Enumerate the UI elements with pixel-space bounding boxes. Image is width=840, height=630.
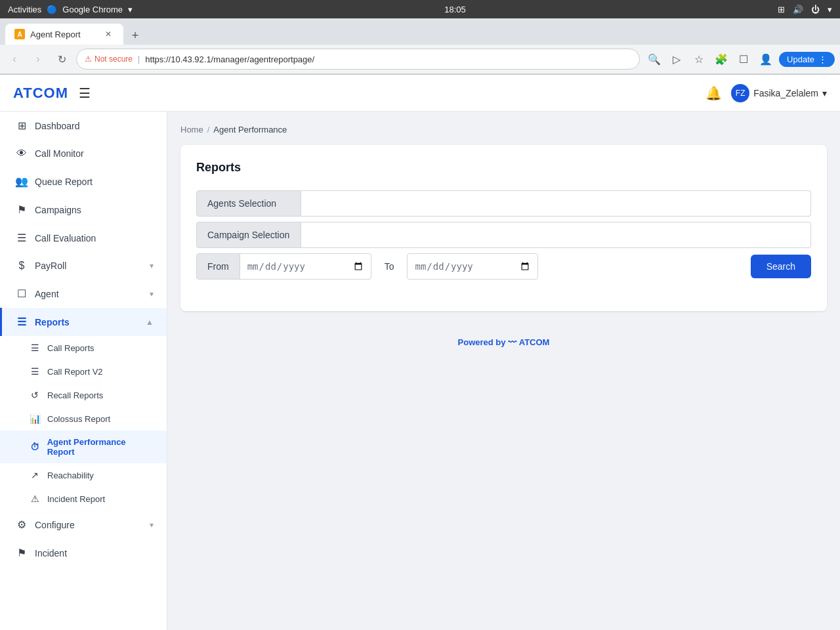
sidebar-item-label: PayRoll (35, 261, 143, 271)
os-chevron: ▾ (128, 5, 133, 14)
sidebar-item-campaigns[interactable]: ⚑ Campaigns (0, 196, 167, 224)
address-bar[interactable]: ⚠ Not secure | https://10.43.92.1/manage… (76, 49, 640, 70)
sidebar-sub-item-call-reports[interactable]: ☰ Call Reports (0, 336, 167, 360)
configure-icon: ⚙ (15, 518, 28, 531)
sidebar-item-agent[interactable]: ☐ Agent ▾ (0, 280, 167, 308)
search-button[interactable]: Search (751, 255, 811, 278)
hamburger-button[interactable]: ☰ (79, 85, 91, 101)
notification-bell-button[interactable]: 🔔 (705, 85, 722, 101)
breadcrumb-separator: / (207, 125, 210, 135)
tab-bar: A Agent Report ✕ + (0, 18, 840, 45)
browser-chrome: A Agent Report ✕ + ‹ › ↻ ⚠ Not secure | … (0, 18, 840, 75)
campaign-selection-input[interactable] (301, 222, 811, 248)
os-browser-name: Google Chrome (62, 5, 123, 14)
sidebar-sub-item-reachability[interactable]: ↗ Reachability (0, 463, 167, 487)
sub-item-label: Reachability (47, 471, 94, 480)
sub-item-label: Call Report V2 (47, 367, 103, 377)
account-btn[interactable]: 👤 (757, 50, 775, 68)
sidebar-item-label: Dashboard (35, 121, 154, 131)
sidebar-sub-item-recall-reports[interactable]: ↺ Recall Reports (0, 383, 167, 407)
sidebar-item-label: Campaigns (35, 205, 154, 215)
payroll-chevron-icon: ▾ (150, 261, 154, 270)
to-date-input[interactable] (407, 253, 538, 280)
queue-report-icon: 👥 (15, 175, 28, 188)
powered-by-label: Powered by (458, 337, 506, 347)
sidebar-item-label: Queue Report (35, 177, 154, 187)
sidebar-sub-item-call-report-v2[interactable]: ☰ Call Report V2 (0, 360, 167, 383)
os-bar-right: ⊞ 🔊 ⏻ ▾ (778, 5, 832, 14)
app-wrapper: ATCOM ☰ 🔔 FZ Fasika_Zelalem ▾ ⊞ Dashboar… (0, 75, 840, 630)
os-sound-icon: 🔊 (793, 5, 803, 14)
browser-controls: ‹ › ↻ ⚠ Not secure | https://10.43.92.1/… (0, 45, 840, 74)
reports-icon: ☰ (15, 316, 28, 328)
breadcrumb: Home / Agent Performance (180, 125, 827, 135)
sidebar-sub-item-agent-performance-report[interactable]: ⏱ Agent Performance Report (0, 430, 167, 463)
call-evaluation-icon: ☰ (15, 232, 28, 244)
brand-logo: 〰 (508, 337, 519, 347)
sidebar-item-call-monitor[interactable]: 👁 Call Monitor (0, 140, 167, 167)
warning-icon: ⚠ (85, 54, 92, 64)
campaign-selection-label: Campaign Selection (196, 222, 301, 248)
sidebar-item-label: Agent (35, 289, 143, 299)
os-time: 18:05 (444, 5, 466, 14)
app-logo: ATCOM (13, 85, 68, 102)
user-menu-button[interactable]: FZ Fasika_Zelalem ▾ (731, 84, 827, 102)
not-secure-label: Not secure (94, 54, 133, 64)
sub-item-label: Incident Report (47, 494, 105, 504)
agents-selection-input[interactable] (301, 190, 811, 217)
os-bar: Activities 🔵 Google Chrome ▾ 18:05 ⊞ 🔊 ⏻… (0, 0, 840, 18)
cast-btn[interactable]: ▷ (667, 50, 686, 68)
address-separator: | (138, 54, 140, 64)
sidebar-item-incident[interactable]: ⚑ Incident (0, 539, 167, 567)
to-label: To (379, 261, 400, 272)
os-bar-center: 18:05 (444, 5, 466, 14)
colossus-report-icon: 📊 (29, 413, 41, 424)
activities-label: Activities (8, 5, 41, 14)
reload-button[interactable]: ↻ (52, 50, 71, 68)
campaigns-icon: ⚑ (15, 203, 28, 216)
breadcrumb-home-link[interactable]: Home (180, 125, 203, 135)
user-avatar: FZ (731, 84, 749, 102)
profile-btn[interactable]: ☐ (734, 50, 753, 68)
top-nav-left: ATCOM ☰ (13, 85, 91, 102)
content-area: ⊞ Dashboard 👁 Call Monitor 👥 Queue Repor… (0, 112, 840, 630)
sidebar-item-configure[interactable]: ⚙ Configure ▾ (0, 511, 167, 539)
sidebar-item-label: Reports (35, 317, 139, 327)
update-menu-icon: ⋮ (818, 54, 827, 64)
os-bar-left: Activities 🔵 Google Chrome ▾ (8, 5, 133, 14)
payroll-icon: $ (15, 260, 28, 272)
sidebar-item-label: Call Evaluation (35, 233, 154, 243)
forward-button[interactable]: › (29, 50, 47, 68)
sidebar-item-queue-report[interactable]: 👥 Queue Report (0, 167, 167, 196)
tab-favicon: A (14, 29, 25, 39)
from-date-input[interactable] (240, 253, 371, 280)
new-tab-button[interactable]: + (126, 26, 144, 45)
footer: Powered by 〰 ATCOM (180, 337, 827, 347)
extensions-btn[interactable]: 🧩 (712, 50, 730, 68)
sidebar-item-reports[interactable]: ☰ Reports ▲ (0, 308, 167, 336)
sidebar-item-payroll[interactable]: $ PayRoll ▾ (0, 252, 167, 280)
from-date-group: From (196, 253, 371, 280)
sidebar-item-dashboard[interactable]: ⊞ Dashboard (0, 112, 167, 140)
call-report-v2-icon: ☰ (29, 366, 41, 377)
user-name: Fasika_Zelalem (753, 88, 818, 98)
agent-icon: ☐ (15, 287, 28, 300)
bookmark-btn[interactable]: ☆ (690, 50, 708, 68)
dashboard-icon: ⊞ (15, 119, 28, 132)
os-chrome-dot: 🔵 (47, 5, 57, 14)
sidebar-sub-item-colossus-report[interactable]: 📊 Colossus Report (0, 407, 167, 430)
sidebar-item-call-evaluation[interactable]: ☰ Call Evaluation (0, 224, 167, 252)
sidebar-sub-item-incident-report[interactable]: ⚠ Incident Report (0, 487, 167, 511)
tab-close-button[interactable]: ✕ (102, 28, 114, 40)
update-button[interactable]: Update ⋮ (779, 52, 835, 67)
sidebar-item-label: Configure (35, 520, 143, 530)
campaign-selection-row: Campaign Selection (196, 222, 811, 248)
sub-item-label: Recall Reports (47, 390, 103, 400)
update-label: Update (787, 54, 814, 64)
active-tab[interactable]: A Agent Report ✕ (5, 24, 123, 45)
breadcrumb-current: Agent Performance (213, 125, 287, 135)
tab-title: Agent Report (30, 30, 81, 39)
search-icon-btn[interactable]: 🔍 (645, 50, 663, 68)
back-button[interactable]: ‹ (5, 50, 24, 68)
agent-chevron-icon: ▾ (150, 289, 154, 299)
